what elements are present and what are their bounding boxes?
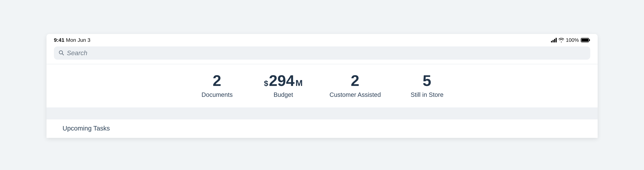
stat-still-in-store[interactable]: 5 Still in Store	[407, 73, 447, 98]
section-gap	[46, 107, 598, 119]
stat-number: 5	[422, 73, 431, 88]
stat-suffix: M	[296, 79, 303, 87]
stat-number: 2	[351, 73, 360, 88]
status-date: Mon Jun 3	[66, 37, 90, 43]
stat-prefix: $	[264, 79, 268, 87]
stat-label: Budget	[274, 91, 293, 98]
search-input[interactable]	[67, 49, 586, 57]
stat-value: 2	[350, 73, 360, 88]
stats-row: 2 Documents $ 294 M Budget	[46, 73, 598, 98]
upcoming-tasks-title: Upcoming Tasks	[62, 125, 582, 132]
status-left: 9:41 Mon Jun 3	[54, 37, 90, 43]
stat-customer-assisted[interactable]: 2 Customer Assisted	[330, 73, 381, 98]
svg-rect-2	[589, 39, 590, 41]
status-time: 9:41	[54, 37, 64, 43]
battery-icon	[581, 38, 590, 42]
status-bar: 9:41 Mon Jun 3 100%	[46, 34, 598, 45]
stat-value: 5	[422, 73, 432, 88]
app-frame: 9:41 Mon Jun 3 100%	[46, 34, 598, 138]
stats-panel: 2 Documents $ 294 M Budget	[46, 64, 598, 107]
stat-number: 2	[213, 73, 221, 88]
search-field[interactable]	[54, 46, 590, 60]
search-icon	[58, 50, 64, 56]
stat-value: 2	[212, 73, 222, 88]
upcoming-tasks-panel: Upcoming Tasks	[46, 119, 598, 138]
stat-label: Customer Assisted	[330, 91, 381, 98]
stat-documents[interactable]: 2 Documents	[197, 73, 237, 98]
svg-rect-1	[582, 39, 588, 41]
stat-budget[interactable]: $ 294 M Budget	[263, 73, 303, 98]
search-container	[46, 45, 598, 64]
battery-percent: 100%	[566, 37, 579, 43]
stat-label: Still in Store	[411, 91, 444, 98]
svg-line-4	[62, 54, 64, 55]
status-right: 100%	[551, 37, 590, 43]
stat-value: $ 294 M	[264, 73, 302, 88]
stat-number: 294	[269, 73, 294, 88]
stat-label: Documents	[202, 91, 233, 98]
wifi-icon	[558, 38, 564, 42]
cellular-signal-icon	[551, 38, 557, 42]
